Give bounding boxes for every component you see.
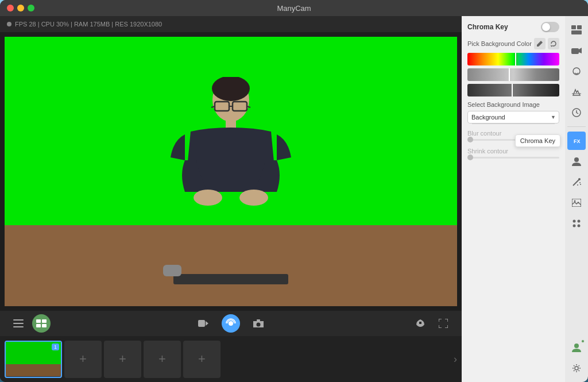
account-button[interactable] (567, 338, 586, 357)
add-icon-3: + (158, 352, 166, 366)
video-frame (5, 37, 457, 306)
layers-button[interactable] (32, 314, 51, 333)
grid-panel-button[interactable] (567, 214, 586, 233)
app-window: ManyCam FPS 28 | CPU 30% | RAM 175MB | R… (0, 0, 588, 382)
pick-bg-color-row: Pick Background Color (467, 38, 559, 49)
chroma-header: Chroma Key (467, 22, 559, 32)
chroma-title: Chroma Key (467, 23, 508, 31)
svg-rect-15 (42, 319, 47, 323)
val-marker (512, 84, 513, 97)
svg-rect-26 (571, 48, 579, 54)
toggle-knob (542, 23, 550, 31)
add-icon-2: + (119, 352, 126, 366)
svg-point-33 (574, 157, 579, 162)
svg-text:FX: FX (574, 138, 581, 144)
minimize-button[interactable] (17, 5, 24, 11)
svg-point-46 (575, 366, 578, 370)
window-controls (7, 5, 34, 11)
svg-point-43 (573, 225, 576, 227)
stats-text: FPS 28 | CPU 30% | RAM 175MB | RES 1920X… (15, 21, 162, 28)
color-action-buttons (534, 38, 559, 49)
svg-point-42 (578, 220, 581, 223)
shrink-contour-thumb[interactable] (467, 155, 473, 160)
broadcast-button[interactable] (222, 314, 240, 333)
blur-contour-label: Blur contour (467, 130, 559, 137)
svg-rect-25 (571, 30, 582, 34)
chroma-panel: Chroma Key Pick Background Color (462, 16, 565, 382)
add-icon-1: + (79, 352, 87, 366)
svg-point-20 (257, 323, 261, 327)
toolbar-left (9, 314, 51, 333)
scene-thumb-desk (6, 364, 61, 376)
image-panel-button[interactable] (567, 194, 586, 212)
stats-indicator (7, 22, 11, 26)
svg-rect-16 (42, 324, 47, 327)
select-bg-label: Select Background Image (467, 101, 559, 108)
svg-rect-23 (571, 25, 576, 29)
scenes-button[interactable] (9, 314, 28, 333)
svg-rect-11 (13, 323, 24, 324)
right-panel: Chroma Key Pick Background Color (462, 16, 565, 382)
contacts-panel-button[interactable] (567, 152, 586, 171)
toolbar-center (194, 314, 268, 333)
add-icon-4: + (198, 352, 206, 366)
svg-marker-27 (579, 48, 582, 53)
svg-rect-39 (572, 199, 581, 207)
bg-select-wrapper: Background (467, 111, 559, 124)
history-panel-button[interactable] (567, 103, 586, 122)
snapshot-button[interactable] (249, 314, 268, 333)
mask-button[interactable] (411, 314, 430, 333)
scene-item-1[interactable]: 1 (5, 341, 62, 378)
svg-rect-21 (257, 319, 260, 321)
magic-panel-button[interactable] (567, 173, 586, 191)
svg-point-35 (578, 178, 581, 180)
bg-dropdown[interactable]: Background (467, 111, 559, 124)
svg-point-45 (574, 344, 579, 348)
color-bar-hue[interactable] (467, 53, 559, 65)
scene-add-4[interactable]: + (183, 341, 220, 378)
video-area: FPS 28 | CPU 30% | RAM 175MB | RES 1920X… (0, 16, 462, 382)
blur-contour-slider[interactable] (467, 139, 559, 141)
camera-panel-button[interactable] (567, 41, 586, 60)
svg-marker-18 (206, 321, 208, 326)
scene-add-2[interactable]: + (104, 341, 141, 378)
edit-color-button[interactable] (534, 38, 546, 49)
video-container (5, 37, 457, 306)
main-content: FPS 28 | CPU 30% | RAM 175MB | RES 1920X… (0, 16, 588, 382)
svg-rect-14 (36, 324, 41, 327)
maximize-button[interactable] (28, 5, 34, 11)
shrink-contour-label: Shrink contour (467, 148, 559, 155)
bottom-toolbar (0, 311, 462, 336)
toolbar-right (411, 314, 452, 333)
svg-rect-22 (419, 322, 421, 324)
reset-color-button[interactable] (548, 38, 559, 49)
effects-panel-button[interactable] (567, 83, 586, 101)
svg-point-41 (573, 220, 576, 223)
color-bar-saturation[interactable] (467, 68, 559, 81)
blur-contour-thumb[interactable] (467, 137, 473, 142)
chroma-key-panel-button[interactable]: FX Chroma Key (567, 132, 586, 150)
video-record-button[interactable] (194, 314, 212, 333)
fullscreen-button[interactable] (434, 314, 452, 333)
mouse (163, 265, 181, 276)
scene-add-1[interactable]: + (64, 341, 102, 378)
scenes-arrow[interactable]: › (454, 353, 457, 365)
color-bar-value[interactable] (467, 84, 559, 97)
chroma-toggle[interactable] (541, 22, 559, 32)
svg-point-9 (239, 190, 268, 206)
shrink-contour-section: Shrink contour (467, 148, 559, 159)
svg-rect-17 (198, 320, 205, 327)
close-button[interactable] (7, 5, 14, 11)
blur-contour-section: Blur contour (467, 130, 559, 141)
audio-panel-button[interactable] (567, 62, 586, 80)
scene-add-3[interactable]: + (144, 341, 181, 378)
sat-marker (509, 68, 510, 81)
preview-panel-button[interactable] (567, 21, 586, 39)
account-badge (581, 339, 585, 343)
scenes-row: 1 + + + + › (0, 336, 462, 382)
hue-marker (515, 53, 516, 65)
settings-button[interactable] (567, 359, 586, 377)
svg-rect-12 (13, 326, 24, 327)
svg-point-8 (194, 190, 222, 206)
shrink-contour-slider[interactable] (467, 157, 559, 159)
